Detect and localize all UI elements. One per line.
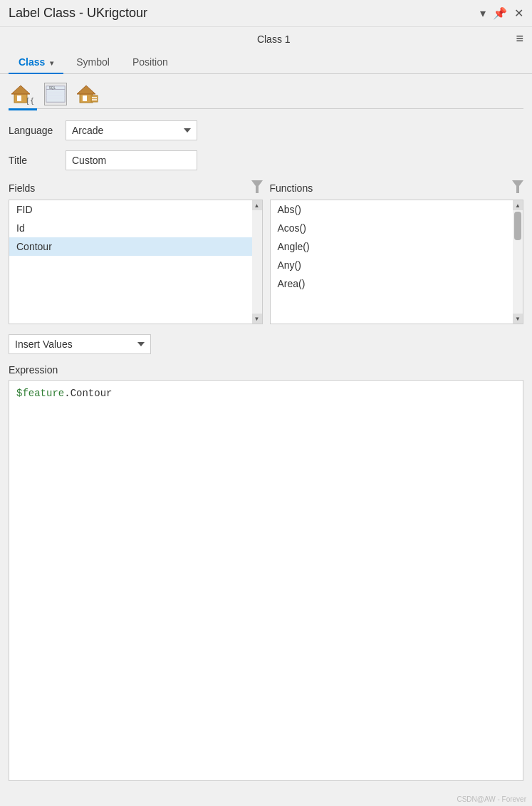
scroll-up-arrow[interactable]: ▲ bbox=[252, 200, 262, 210]
svg-marker-17 bbox=[512, 180, 523, 193]
title-bar: Label Class - UKrigctour ▾ 📌 ✕ bbox=[0, 0, 532, 27]
list-item[interactable]: Id bbox=[9, 219, 252, 237]
scroll-down-arrow[interactable]: ▼ bbox=[252, 314, 262, 324]
svg-rect-2 bbox=[17, 95, 21, 101]
expression-keyword: $feature bbox=[16, 388, 64, 399]
expression-section: Expression $feature.Contour bbox=[9, 364, 523, 781]
fields-filter-icon[interactable] bbox=[251, 180, 263, 195]
expression-dot: . bbox=[64, 388, 70, 399]
sql-toolbar-button[interactable]: SQL bbox=[41, 80, 70, 108]
title-input[interactable] bbox=[66, 150, 197, 170]
subtitle-bar: Class 1 ≡ bbox=[0, 27, 532, 51]
fields-header: Fields bbox=[9, 180, 263, 195]
expression-label: Expression bbox=[9, 364, 523, 376]
svg-text:SQL: SQL bbox=[49, 86, 56, 90]
window-controls: ▾ 📌 ✕ bbox=[480, 6, 523, 20]
svg-marker-16 bbox=[251, 180, 263, 193]
insert-values-row: Insert Values bbox=[9, 334, 523, 354]
tab-class[interactable]: Class ▾ bbox=[9, 51, 63, 73]
window-title: Label Class - UKrigctour bbox=[9, 6, 147, 21]
content-area: Language Arcade Python VBScript Jscript … bbox=[0, 109, 532, 792]
fields-scroll-content: FID Id Contour bbox=[9, 200, 252, 324]
svg-rect-13 bbox=[91, 95, 98, 102]
tab-position[interactable]: Position bbox=[122, 51, 178, 73]
close-icon[interactable]: ✕ bbox=[514, 6, 523, 20]
fields-section: Fields FID Id Contour ▲ bbox=[9, 180, 263, 324]
insert-values-select[interactable]: Insert Values bbox=[9, 334, 151, 354]
scroll-thumb[interactable] bbox=[514, 212, 521, 240]
list-item[interactable]: Any() bbox=[271, 256, 513, 274]
expression-field: Contour bbox=[71, 388, 113, 399]
toolbar-row: [{ SQL bbox=[0, 74, 532, 108]
expression-editor[interactable]: $feature.Contour bbox=[9, 380, 523, 781]
language-row: Language Arcade Python VBScript Jscript bbox=[9, 120, 523, 140]
watermark: CSDN@AW - Forever bbox=[0, 792, 532, 806]
fields-label: Fields bbox=[9, 182, 35, 194]
tabs-row: Class ▾ Symbol Position bbox=[0, 51, 532, 74]
field-toolbar-button[interactable]: [{ bbox=[9, 80, 37, 108]
functions-section: Functions Abs() Acos() Angle() Any() Are… bbox=[270, 180, 524, 324]
scroll-up-arrow[interactable]: ▲ bbox=[513, 200, 523, 210]
main-window: Label Class - UKrigctour ▾ 📌 ✕ Class 1 ≡… bbox=[0, 0, 532, 806]
title-label: Title bbox=[9, 155, 58, 166]
svg-marker-11 bbox=[77, 86, 95, 94]
list-item[interactable]: Abs() bbox=[271, 200, 513, 219]
subtitle-title: Class 1 bbox=[31, 33, 516, 45]
list-item[interactable]: Angle() bbox=[271, 237, 513, 256]
tab-class-chevron: ▾ bbox=[50, 59, 53, 67]
fields-functions-row: Fields FID Id Contour ▲ bbox=[9, 180, 523, 324]
functions-header: Functions bbox=[270, 180, 524, 195]
svg-rect-12 bbox=[83, 95, 87, 101]
list-item[interactable]: Contour bbox=[9, 237, 252, 256]
expression-text: $feature.Contour bbox=[16, 388, 112, 399]
fields-scrollbar: ▲ ▼ bbox=[252, 200, 262, 324]
scroll-down-arrow[interactable]: ▼ bbox=[513, 314, 523, 324]
functions-scroll-content: Abs() Acos() Angle() Any() Area() bbox=[271, 200, 513, 324]
custom-toolbar-button[interactable] bbox=[74, 80, 103, 108]
fields-list-box: FID Id Contour ▲ ▼ bbox=[9, 200, 263, 324]
svg-text:[{: [{ bbox=[26, 97, 34, 105]
minimize-icon[interactable]: ▾ bbox=[480, 6, 486, 20]
tab-symbol[interactable]: Symbol bbox=[66, 51, 120, 73]
functions-label: Functions bbox=[270, 182, 313, 194]
language-label: Language bbox=[9, 125, 58, 136]
svg-marker-1 bbox=[11, 86, 30, 94]
list-item[interactable]: FID bbox=[9, 200, 252, 219]
language-select[interactable]: Arcade Python VBScript Jscript bbox=[66, 120, 197, 140]
functions-scrollbar: ▲ ▼ bbox=[513, 200, 523, 324]
title-row: Title bbox=[9, 150, 523, 170]
functions-filter-icon[interactable] bbox=[512, 180, 523, 195]
hamburger-menu[interactable]: ≡ bbox=[516, 31, 523, 46]
list-item[interactable]: Acos() bbox=[271, 219, 513, 237]
functions-list-box: Abs() Acos() Angle() Any() Area() ▲ ▼ bbox=[270, 200, 524, 324]
pin-icon[interactable]: 📌 bbox=[493, 6, 507, 20]
list-item[interactable]: Area() bbox=[271, 274, 513, 293]
